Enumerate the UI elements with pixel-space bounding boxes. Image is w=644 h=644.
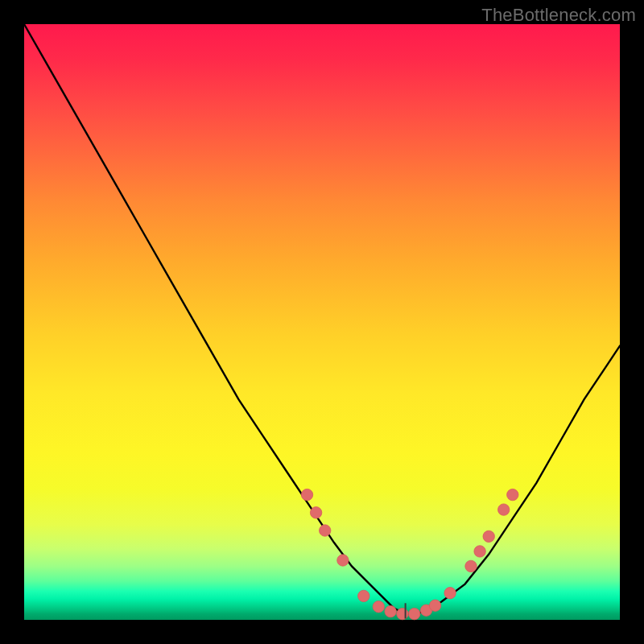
data-marker: [301, 489, 312, 500]
chart-stage: TheBottleneck.com: [0, 0, 644, 644]
data-marker: [429, 600, 440, 611]
data-marker: [465, 560, 477, 572]
data-marker: [320, 525, 331, 536]
data-marker: [507, 489, 518, 500]
watermark-text: TheBottleneck.com: [481, 5, 636, 26]
data-marker: [385, 605, 396, 617]
data-marker: [474, 546, 485, 557]
data-marker: [310, 507, 321, 518]
data-marker: [498, 504, 510, 515]
data-marker: [444, 588, 456, 599]
data-marker: [337, 555, 349, 566]
data-marker: [483, 530, 494, 542]
curve-markers: [301, 489, 518, 619]
plot-area: [24, 24, 620, 620]
data-marker: [397, 608, 408, 619]
data-marker: [358, 590, 369, 601]
data-marker: [409, 608, 420, 619]
curve-svg: [24, 24, 620, 620]
data-marker: [373, 601, 384, 613]
